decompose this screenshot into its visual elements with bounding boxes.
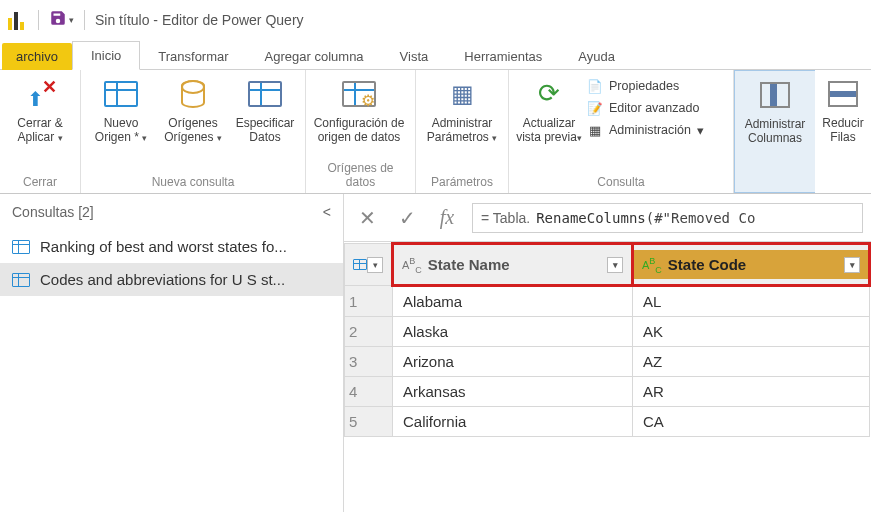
tab-help[interactable]: Ayuda [560,43,633,70]
enter-data-label: Especificar Datos [231,116,299,152]
type-text-icon: ABC [402,256,422,274]
cell[interactable]: AZ [633,347,870,377]
query-item-label: Ranking of best and worst states fo... [40,238,287,255]
manage-columns-label: Administrar Columnas [741,117,809,153]
table-row[interactable]: 5CaliforniaCA [345,407,870,437]
table-row[interactable]: 1AlabamaAL [345,286,870,317]
advanced-editor-label: Editor avanzado [609,101,699,115]
ribbon: ✕⬆ Cerrar & Aplicar ▾ Cerrar Nuevo Orige… [0,70,871,194]
collapse-pane-button[interactable]: < [323,204,331,220]
table-corner[interactable]: ▾ [345,244,393,286]
cell[interactable]: Alabama [393,286,633,317]
column-header-state-code[interactable]: ABC State Code ▾ [633,244,870,286]
window-title: Sin título - Editor de Power Query [95,12,304,28]
queries-header: Consultas [2] < [0,194,343,230]
ribbon-group-data-sources: ⚙ Configuración de origen de datos Oríge… [306,70,416,193]
row-number[interactable]: 5 [345,407,393,437]
properties-button[interactable]: 📄Propiedades [587,78,727,94]
cell[interactable]: California [393,407,633,437]
row-number[interactable]: 4 [345,377,393,407]
new-source-button[interactable]: Nuevo Origen * ▾ [87,74,155,152]
enter-data-button[interactable]: Especificar Datos [231,74,299,152]
row-number[interactable]: 3 [345,347,393,377]
close-apply-button[interactable]: ✕⬆ Cerrar & Aplicar ▾ [6,74,74,152]
cell[interactable]: Alaska [393,317,633,347]
tab-transform[interactable]: Transformar [140,43,246,70]
rows-icon [825,76,861,112]
table-star-icon [103,76,139,112]
ribbon-group-label [741,186,809,190]
tab-tools[interactable]: Herramientas [446,43,560,70]
tab-view[interactable]: Vista [382,43,447,70]
query-item-label: Codes and abbreviations for U S st... [40,271,285,288]
close-apply-label: Cerrar & Aplicar [17,116,62,144]
properties-icon: 📄 [587,78,603,94]
save-button[interactable]: ▾ [49,9,74,32]
data-source-settings-button[interactable]: ⚙ Configuración de origen de datos [312,74,406,152]
chevron-down-icon: ▾ [69,15,74,25]
divider [38,10,39,30]
queries-pane: Consultas [2] < Ranking of best and wors… [0,194,344,512]
manage-parameters-label: Administrar Parámetros [427,116,493,144]
tab-home[interactable]: Inicio [72,41,140,70]
refresh-icon: ⟳ [531,76,567,112]
cell[interactable]: Arizona [393,347,633,377]
table-icon [12,273,30,287]
table-icon [12,240,30,254]
chevron-down-icon: ▾ [58,133,63,143]
recent-sources-button[interactable]: Orígenes Orígenes ▾ [159,74,227,152]
cell[interactable]: AL [633,286,870,317]
query-item[interactable]: Ranking of best and worst states fo... [0,230,343,263]
recent-sources-label: Orígenes Orígenes [164,116,218,144]
app-logo-icon [8,10,28,30]
refresh-preview-button[interactable]: ⟳ Actualizar vista previa▾ [515,74,583,152]
formula-input[interactable]: = Tabla. RenameColumns(#"Removed Co [472,203,863,233]
cell[interactable]: AK [633,317,870,347]
grid-pane: ✕ ✓ fx = Tabla. RenameColumns(#"Removed … [344,194,871,512]
advanced-editor-button[interactable]: 📝Editor avanzado [587,100,727,116]
fx-button[interactable]: fx [432,206,462,229]
ribbon-group-label: Nueva consulta [87,173,299,191]
tab-add-column[interactable]: Agregar columna [247,43,382,70]
cell[interactable]: Arkansas [393,377,633,407]
manage-icon: ▦ [587,122,603,138]
ribbon-group-query: ⟳ Actualizar vista previa▾ 📄Propiedades … [509,70,734,193]
manage-parameters-button[interactable]: ▦ Administrar Parámetros ▾ [422,74,502,152]
manage-button[interactable]: ▦Administración ▾ [587,122,727,138]
manage-label: Administración [609,123,691,137]
row-number[interactable]: 1 [345,286,393,317]
ribbon-tabs: archivo Inicio Transformar Agregar colum… [0,40,871,70]
formula-rest: (#"Removed Co [646,210,756,226]
ribbon-group-label [821,187,865,191]
content-area: Consultas [2] < Ranking of best and wors… [0,194,871,512]
cancel-formula-button[interactable]: ✕ [352,206,382,230]
ribbon-group-label: Cerrar [6,173,74,191]
data-grid: ▾ ABC State Name ▾ ABC [344,242,871,512]
chevron-down-icon: ▾ [492,133,497,143]
row-number[interactable]: 2 [345,317,393,347]
table-row[interactable]: 2AlaskaAK [345,317,870,347]
chevron-down-icon: ▾ [577,133,582,143]
formula-prefix: = Tabla. [481,210,530,226]
manage-columns-button[interactable]: Administrar Columnas [741,75,809,153]
column-header-state-name[interactable]: ABC State Name ▾ [393,244,633,286]
ribbon-group-label: Orígenes de datos [312,159,409,191]
filter-dropdown-button[interactable]: ▾ [607,257,623,273]
filter-dropdown-button[interactable]: ▾ [844,257,860,273]
cell[interactable]: AR [633,377,870,407]
table-row[interactable]: 3ArizonaAZ [345,347,870,377]
accept-formula-button[interactable]: ✓ [392,206,422,230]
formula-bar: ✕ ✓ fx = Tabla. RenameColumns(#"Removed … [344,194,871,242]
cell[interactable]: CA [633,407,870,437]
reduce-rows-button[interactable]: Reducir Filas [821,74,865,152]
query-item[interactable]: Codes and abbreviations for U S st... [0,263,343,296]
refresh-preview-label: Actualizar vista previa [516,116,577,144]
reduce-rows-label: Reducir Filas [821,116,865,152]
table-row[interactable]: 4ArkansasAR [345,377,870,407]
data-source-settings-label: Configuración de origen de datos [312,116,406,152]
enter-data-icon [247,76,283,112]
titlebar: ▾ Sin título - Editor de Power Query [0,0,871,40]
ribbon-group-columns: Administrar Columnas [734,70,815,193]
divider [84,10,85,30]
tab-file[interactable]: archivo [2,43,72,70]
